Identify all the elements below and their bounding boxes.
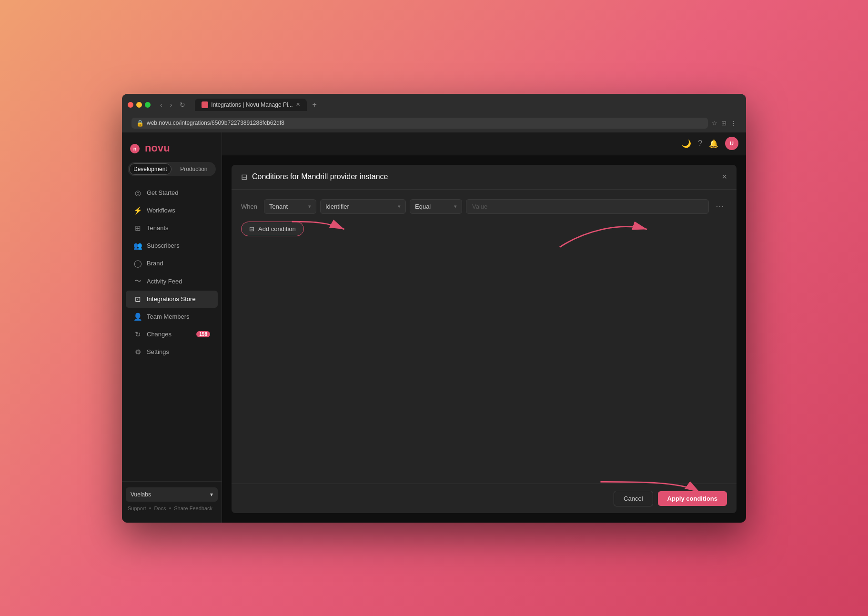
sidebar-item-brand[interactable]: ◯ Brand: [126, 255, 218, 272]
equal-select-chevron: ▾: [454, 203, 457, 210]
sidebar-item-changes[interactable]: ↻ Changes 158: [126, 326, 218, 343]
changes-icon: ↻: [133, 330, 142, 339]
modal-header: ⊟ Conditions for Mandrill provider insta…: [232, 165, 737, 190]
footer-dot-2: ●: [169, 506, 171, 510]
tenant-select-chevron: ▾: [308, 203, 311, 210]
sidebar-item-integrations-store[interactable]: ⊡ Integrations Store: [126, 291, 218, 308]
forward-button[interactable]: ›: [168, 100, 174, 110]
sidebar: n novu Development Production ◎ Get Star…: [122, 132, 222, 523]
sidebar-item-subscribers[interactable]: 👥 Subscribers: [126, 237, 218, 254]
equal-select-label: Equal: [415, 203, 431, 210]
footer-dot-1: ●: [149, 506, 151, 510]
integrations-store-icon: ⊡: [133, 295, 142, 303]
theme-toggle-icon[interactable]: 🌙: [682, 139, 691, 148]
notifications-icon[interactable]: 🔔: [709, 139, 718, 148]
sidebar-item-tenants[interactable]: ⊞ Tenants: [126, 220, 218, 237]
production-env-button[interactable]: Production: [173, 163, 214, 175]
changes-badge: 158: [196, 331, 210, 337]
sidebar-item-activity-feed[interactable]: 〜 Activity Feed: [126, 273, 218, 290]
activity-feed-icon: 〜: [133, 277, 142, 286]
workflows-icon: ⚡: [133, 206, 142, 215]
docs-link[interactable]: Docs: [154, 505, 166, 511]
novu-logo-icon: n: [130, 143, 140, 154]
brand-icon: ◯: [133, 259, 142, 268]
active-tab[interactable]: Integrations | Novu Manage Pi... ✕: [195, 99, 306, 111]
sidebar-navigation: ◎ Get Started ⚡ Workflows ⊞ Tenants 👥 Su…: [122, 184, 222, 481]
address-bar[interactable]: 🔒 web.novu.co/integrations/6509b72273891…: [131, 118, 708, 129]
sidebar-label-integrations-store: Integrations Store: [147, 295, 196, 303]
sidebar-label-changes: Changes: [147, 331, 172, 338]
development-env-button[interactable]: Development: [129, 163, 172, 175]
sidebar-label-settings: Settings: [147, 348, 169, 355]
minimize-traffic-light[interactable]: [136, 102, 142, 108]
browser-chrome: ‹ › ↻ Integrations | Novu Manage Pi... ✕…: [122, 94, 746, 132]
sidebar-footer: Vuelabs ▾ Support ● Docs ● Share Feedbac…: [122, 481, 222, 517]
close-traffic-light[interactable]: [128, 102, 133, 108]
sidebar-label-brand: Brand: [147, 260, 163, 267]
workspace-name: Vuelabs: [131, 491, 151, 498]
modal-body: When Tenant ▾ Identifier ▾ Equal: [232, 190, 737, 484]
identifier-select-chevron: ▾: [398, 203, 401, 210]
modal-title-text: Conditions for Mandrill provider instanc…: [252, 172, 388, 181]
condition-more-button[interactable]: ⋯: [713, 199, 727, 213]
tab-title: Integrations | Novu Manage Pi...: [211, 101, 293, 108]
sidebar-label-subscribers: Subscribers: [147, 242, 180, 249]
new-tab-button[interactable]: +: [309, 99, 321, 111]
modal-close-button[interactable]: ×: [722, 172, 727, 181]
sidebar-item-team-members[interactable]: 👤 Team Members: [126, 308, 218, 325]
url-text: web.novu.co/integrations/6509b7227389128…: [147, 120, 284, 126]
workspace-selector[interactable]: Vuelabs ▾: [126, 487, 218, 502]
maximize-traffic-light[interactable]: [145, 102, 151, 108]
traffic-lights: [128, 102, 151, 108]
help-icon[interactable]: ?: [698, 139, 702, 148]
tenant-select[interactable]: Tenant ▾: [264, 199, 316, 214]
address-bar-icons: ☆ ⊞ ⋮: [712, 120, 737, 127]
support-link[interactable]: Support: [128, 505, 146, 511]
sidebar-item-settings[interactable]: ⚙ Settings: [126, 343, 218, 361]
app-layout: n novu Development Production ◎ Get Star…: [122, 132, 746, 523]
sidebar-label-tenants: Tenants: [147, 224, 169, 232]
modal-panel: ⊟ Conditions for Mandrill provider insta…: [232, 165, 737, 513]
extensions-icon[interactable]: ⊞: [721, 120, 727, 127]
condition-row: When Tenant ▾ Identifier ▾ Equal: [241, 199, 727, 214]
bookmark-icon[interactable]: ☆: [712, 120, 717, 127]
footer-links: Support ● Docs ● Share Feedback: [126, 505, 218, 511]
modal-title: ⊟ Conditions for Mandrill provider insta…: [241, 172, 388, 182]
cancel-button[interactable]: Cancel: [614, 491, 653, 506]
right-pane: 🌙 ? 🔔 U: [222, 132, 746, 523]
equal-select[interactable]: Equal ▾: [410, 199, 462, 214]
topbar: 🌙 ? 🔔 U: [222, 132, 746, 155]
identifier-select[interactable]: Identifier ▾: [320, 199, 406, 214]
sidebar-item-workflows[interactable]: ⚡ Workflows: [126, 202, 218, 219]
lock-icon: 🔒: [136, 120, 144, 127]
reload-button[interactable]: ↻: [178, 100, 187, 110]
tab-close-button[interactable]: ✕: [296, 101, 300, 108]
tenant-select-label: Tenant: [269, 203, 288, 210]
workspace-chevron-icon: ▾: [210, 491, 213, 498]
avatar[interactable]: U: [725, 137, 738, 150]
condition-when-label: When: [241, 203, 260, 210]
back-button[interactable]: ‹: [158, 100, 164, 110]
apply-conditions-button[interactable]: Apply conditions: [658, 491, 727, 506]
sidebar-label-workflows: Workflows: [147, 207, 175, 214]
add-condition-button[interactable]: ⊟ Add condition: [241, 222, 304, 236]
more-icon[interactable]: ⋮: [730, 120, 737, 127]
sidebar-item-get-started[interactable]: ◎ Get Started: [126, 184, 218, 202]
sidebar-logo: n novu: [122, 138, 222, 162]
sidebar-label-team-members: Team Members: [147, 313, 190, 320]
subscribers-icon: 👥: [133, 242, 142, 250]
tab-bar: Integrations | Novu Manage Pi... ✕ +: [195, 99, 321, 111]
identifier-select-label: Identifier: [325, 203, 349, 210]
tab-favicon: [202, 101, 208, 108]
share-feedback-link[interactable]: Share Feedback: [174, 505, 212, 511]
topbar-icons: 🌙 ? 🔔 U: [682, 137, 738, 150]
svg-text:n: n: [133, 146, 137, 151]
add-condition-icon: ⊟: [249, 225, 254, 232]
settings-icon: ⚙: [133, 348, 142, 356]
browser-navigation: ‹ › ↻: [158, 100, 187, 110]
sidebar-label-get-started: Get Started: [147, 189, 178, 196]
value-input[interactable]: [466, 199, 709, 214]
tenants-icon: ⊞: [133, 224, 142, 232]
browser-window: ‹ › ↻ Integrations | Novu Manage Pi... ✕…: [122, 94, 746, 523]
modal-overlay: ⊟ Conditions for Mandrill provider insta…: [222, 155, 746, 523]
